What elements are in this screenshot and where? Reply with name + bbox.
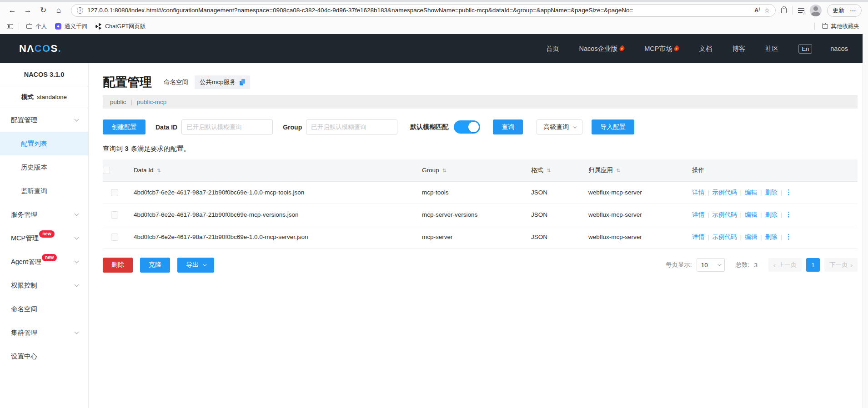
page-scrollbar[interactable] [863,34,868,408]
column-header-Data Id[interactable]: Data Id⇅ [126,159,415,181]
address-bar[interactable]: 127.0.0.1:8080/index.html#/configuration… [71,4,776,17]
column-header-Group[interactable]: Group⇅ [415,159,524,181]
export-button[interactable]: 导出 [177,258,214,273]
page-size-select[interactable]: 10 [697,258,725,272]
reload-icon[interactable]: ↻ [36,4,50,17]
action-link-删除[interactable]: 删除 [765,211,778,218]
next-page-button[interactable]: 下一页 › [824,258,858,272]
column-header-归属应用[interactable]: 归属应用⇅ [581,159,685,181]
nav-item-社区[interactable]: 社区 [765,45,778,53]
nav-item-Nacos企业版[interactable]: Nacos企业版 [579,45,625,53]
action-divider: | [740,234,742,240]
sidebar-item-历史版本[interactable]: 历史版本 [0,155,88,179]
group-label: Group [283,124,302,131]
browser-update-button[interactable]: 更新 ⋯ [827,4,862,17]
page-title: 配置管理 [103,74,152,90]
sidebar-item-集群管理[interactable]: 集群管理 [0,321,88,344]
other-favorites-folder[interactable]: 其他收藏夹 [818,21,864,32]
sidebar-item-服务管理[interactable]: 服务管理 [0,203,88,226]
dataid-input[interactable] [181,119,273,134]
action-link-详情[interactable]: 详情 [692,211,704,218]
sidebar-item-命名空间[interactable]: 命名空间 [0,297,88,321]
namespace-tab-public[interactable]: public [110,99,126,105]
sort-icon[interactable]: ⇅ [442,168,447,173]
site-info-icon[interactable] [77,7,83,14]
chevron-down-icon [75,235,79,240]
action-link-详情[interactable]: 详情 [692,189,704,196]
nav-item-label: 博客 [732,45,745,53]
extensions-icon[interactable] [781,8,787,13]
sidebar-item-监听查询[interactable]: 监听查询 [0,179,88,203]
action-link-编辑[interactable]: 编辑 [745,189,757,196]
action-link-删除[interactable]: 删除 [765,234,778,240]
nav-item-文档[interactable]: 文档 [699,45,712,53]
search-button[interactable]: 查询 [493,119,523,134]
create-config-button[interactable]: 创建配置 [103,119,146,134]
row-checkbox[interactable] [111,234,118,241]
sidebar-item-设置中心[interactable]: 设置中心 [0,344,88,368]
action-link-示例代码[interactable]: 示例代码 [712,234,737,240]
back-icon[interactable]: ← [5,4,19,17]
delete-button[interactable]: 删除 [103,258,133,273]
profile-avatar[interactable] [810,5,822,16]
folder-icon [26,24,32,29]
mode-label: 模式 [21,93,34,101]
fuzzy-match-toggle[interactable] [454,120,480,134]
prev-page-button[interactable]: ‹ 上一页 [768,258,802,272]
forward-icon[interactable]: → [21,4,35,17]
sort-icon[interactable]: ⇅ [616,168,620,173]
language-switch[interactable]: En [798,44,812,54]
bookmark-item[interactable]: ChatGPT网页版 [91,21,150,32]
result-suffix: 条满足要求的配置。 [131,145,191,152]
clone-button[interactable]: 克隆 [140,258,170,273]
favorites-list-icon[interactable] [798,8,804,13]
namespace-tab-public-mcp[interactable]: public-mcp [137,99,166,105]
action-divider: | [760,234,762,240]
sidebar-item-配置列表[interactable]: 配置列表 [0,132,88,155]
action-link-编辑[interactable]: 编辑 [745,211,757,218]
nacos-mode: 模式 standalone [0,86,88,108]
action-link-示例代码[interactable]: 示例代码 [712,211,737,218]
browser-menu-icon[interactable]: ⋯ [850,7,856,14]
namespace-tag[interactable]: 公共mcp服务 [195,75,250,89]
import-config-button[interactable]: 导入配置 [592,119,634,134]
home-icon[interactable]: ⌂ [52,4,65,17]
sidebar-item-配置管理[interactable]: 配置管理 [0,108,88,132]
user-menu[interactable]: nacos [830,45,848,52]
action-link-示例代码[interactable]: 示例代码 [712,189,737,196]
group-input[interactable] [306,119,397,134]
logo-left: NΛ [19,43,35,54]
copy-icon[interactable] [240,79,245,85]
sidebar-item-Agent管理[interactable]: Agent管理new [0,250,88,274]
nav-item-首页[interactable]: 首页 [546,45,559,53]
favorite-star-icon[interactable]: ☆ [764,7,770,14]
action-link-详情[interactable]: 详情 [692,234,704,240]
nav-item-博客[interactable]: 博客 [732,45,745,53]
bookmark-item[interactable]: 通义千问 [51,21,91,32]
column-header-操作: 操作 [685,159,858,181]
read-aloud-icon[interactable]: A [754,6,760,14]
column-header-格式[interactable]: 格式⇅ [524,159,581,181]
nav-item-MCP市场[interactable]: MCP市场 [644,45,679,53]
row-checkbox[interactable] [111,211,118,219]
cell-format: JSON [524,181,581,204]
url-text[interactable]: 127.0.0.1:8080/index.html#/configuration… [87,7,750,14]
current-page-button[interactable]: 1 [806,258,820,272]
bookmark-item[interactable]: 个人 [22,21,51,32]
sidebar-item-权限控制[interactable]: 权限控制 [0,274,88,297]
select-all-checkbox[interactable] [103,167,110,174]
sidebar-panel-icon[interactable] [5,21,15,32]
sidebar-item-MCP管理[interactable]: MCP管理new [0,226,88,250]
row-checkbox[interactable] [111,189,118,196]
nacos-logo[interactable]: NΛCOS. [19,43,61,55]
more-actions-icon[interactable]: ⋮ [785,188,792,196]
action-link-编辑[interactable]: 编辑 [745,234,757,240]
more-actions-icon[interactable]: ⋮ [785,233,792,240]
sort-icon[interactable]: ⇅ [157,168,161,173]
action-link-删除[interactable]: 删除 [765,189,778,196]
advanced-search-button[interactable]: 高级查询 [537,119,582,134]
sort-icon[interactable]: ⇅ [547,168,551,173]
more-actions-icon[interactable]: ⋮ [785,210,792,218]
update-label: 更新 [833,6,844,15]
action-divider: | [781,211,783,218]
